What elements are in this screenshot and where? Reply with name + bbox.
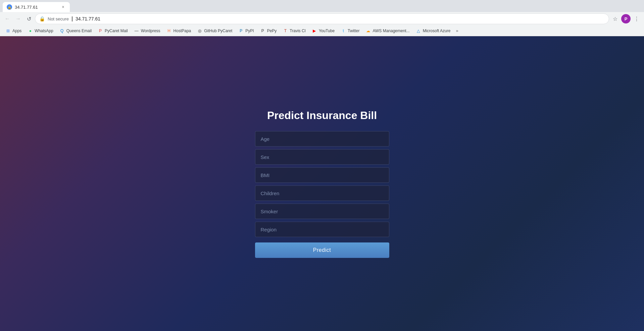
bookmark-pypi-label: PyPI [245, 29, 254, 33]
bookmark-star-button[interactable]: ☆ [610, 14, 620, 23]
bookmark-twitter[interactable]: t Twitter [338, 27, 362, 35]
bookmark-apps-label: Apps [12, 29, 21, 33]
bookmark-pepy[interactable]: P PePy [257, 27, 280, 35]
bookmark-youtube[interactable]: ▶ YouTube [309, 27, 337, 35]
bookmark-pypi[interactable]: P PyPI [236, 27, 256, 35]
tab-bar: 🔒 34.71.77.61 × [0, 0, 644, 12]
bookmark-aws[interactable]: ☁ AWS Management... [363, 27, 412, 35]
bookmarks-bar: ⊞ Apps ● WhatsApp Q Queens Email P PyCar… [0, 25, 644, 36]
bmi-input[interactable] [255, 167, 389, 183]
bookmark-pepy-label: PePy [267, 29, 277, 33]
apps-icon: ⊞ [5, 28, 11, 34]
bookmark-wordpress[interactable]: — Wordpress [131, 27, 163, 35]
bookmark-whatsapp[interactable]: ● WhatsApp [25, 27, 56, 35]
star-icon: ☆ [613, 16, 617, 22]
bookmark-travis-label: Travis CI [290, 29, 306, 33]
browser-toolbar: ← → ↺ 🔒 Not secure | 34.71.77.61 ☆ P ⋮ [0, 12, 644, 25]
bookmark-pycaret-mail[interactable]: P PyCaret Mail [95, 27, 131, 35]
bookmark-youtube-label: YouTube [319, 29, 335, 33]
bookmark-github-label: GitHub PyCaret [204, 29, 232, 33]
tab-title: 34.71.77.61 [15, 5, 38, 10]
form-title: Predict Insurance Bill [267, 109, 377, 122]
browser-tab[interactable]: 🔒 34.71.77.61 × [3, 2, 70, 12]
pypi-icon: P [238, 28, 244, 34]
back-icon: ← [5, 16, 10, 22]
tab-favicon: 🔒 [7, 4, 12, 10]
pycaret-mail-icon: P [98, 28, 103, 34]
lock-icon: 🔒 [39, 16, 45, 21]
tab-close-button[interactable]: × [60, 4, 66, 10]
not-secure-label: Not secure [48, 16, 69, 21]
sex-input[interactable] [255, 149, 389, 165]
wordpress-icon: — [134, 28, 139, 34]
whatsapp-icon: ● [28, 28, 33, 34]
bookmark-hostpapa-label: HostPapa [174, 29, 191, 33]
form-container: Predict Insurance Bill Predict [255, 109, 389, 258]
children-input[interactable] [255, 185, 389, 201]
youtube-icon: ▶ [312, 28, 317, 34]
pepy-icon: P [260, 28, 265, 34]
bookmark-queens-email[interactable]: Q Queens Email [57, 27, 94, 35]
predict-button[interactable]: Predict [255, 242, 389, 258]
twitter-icon: t [341, 28, 346, 34]
url-separator: | [71, 16, 73, 22]
bookmark-apps[interactable]: ⊞ Apps [3, 27, 24, 35]
smoker-input[interactable] [255, 204, 389, 219]
bookmark-travis-ci[interactable]: T Travis CI [280, 27, 308, 35]
bookmark-azure-label: Microsoft Azure [423, 29, 451, 33]
address-bar[interactable]: 🔒 Not secure | 34.71.77.61 [35, 13, 609, 24]
profile-initial: P [625, 16, 628, 21]
reload-button[interactable]: ↺ [24, 14, 34, 23]
url-text: 34.71.77.61 [76, 16, 100, 21]
aws-icon: ☁ [365, 28, 371, 34]
bookmark-azure[interactable]: △ Microsoft Azure [413, 27, 453, 35]
bookmark-queens-label: Queens Email [66, 29, 92, 33]
menu-button[interactable]: ⋮ [632, 14, 641, 23]
profile-button[interactable]: P [621, 14, 631, 23]
azure-icon: △ [416, 28, 421, 34]
age-input[interactable] [255, 131, 389, 147]
bookmark-pycaret-mail-label: PyCaret Mail [105, 29, 128, 33]
bookmark-whatsapp-label: WhatsApp [35, 29, 53, 33]
bookmark-twitter-label: Twitter [348, 29, 359, 33]
github-icon: ◎ [197, 28, 202, 34]
main-content: Predict Insurance Bill Predict [0, 36, 644, 331]
forward-icon: → [15, 16, 21, 22]
toolbar-actions: ☆ P ⋮ [610, 14, 641, 23]
reload-icon: ↺ [27, 16, 31, 22]
travis-ci-icon: T [283, 28, 288, 34]
forward-button[interactable]: → [13, 14, 23, 23]
back-button[interactable]: ← [3, 14, 12, 23]
more-bookmarks-button[interactable]: » [454, 27, 460, 35]
form-fields: Predict [255, 131, 389, 258]
bookmark-aws-label: AWS Management... [373, 29, 409, 33]
menu-icon: ⋮ [634, 16, 639, 22]
bookmark-wordpress-label: Wordpress [141, 29, 160, 33]
bookmark-hostpapa[interactable]: H HostPapa [164, 27, 194, 35]
queens-email-icon: Q [59, 28, 65, 34]
bookmark-github-pycaret[interactable]: ◎ GitHub PyCaret [194, 27, 235, 35]
region-input[interactable] [255, 222, 389, 237]
hostpapa-icon: H [166, 28, 172, 34]
browser-chrome: 🔒 34.71.77.61 × ← → ↺ 🔒 Not secure | 34.… [0, 0, 644, 36]
